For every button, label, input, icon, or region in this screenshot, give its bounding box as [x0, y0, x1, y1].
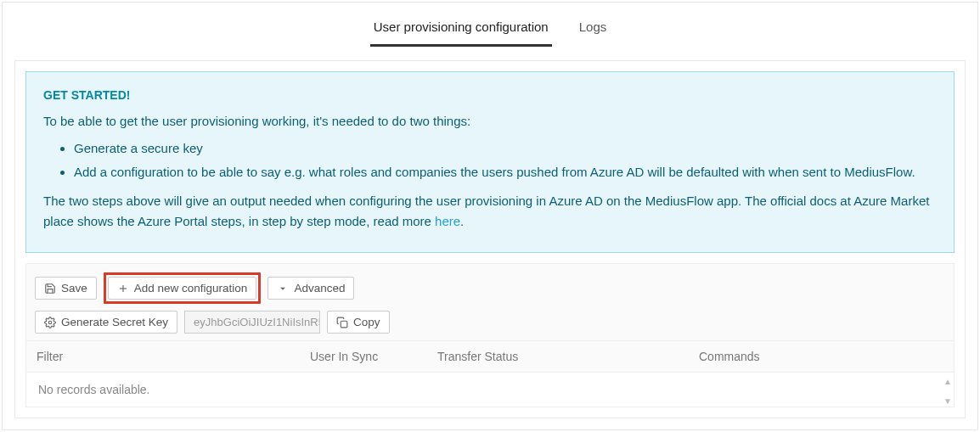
tab-logs[interactable]: Logs — [576, 14, 611, 47]
save-button[interactable]: Save — [35, 277, 97, 300]
page-container: User provisioning configuration Logs GET… — [2, 2, 978, 430]
scroll-up-icon[interactable]: ▲ — [943, 377, 952, 386]
toolbar-row-2: Generate Secret Key eyJhbGciOiJIUzI1NiIs… — [35, 311, 945, 334]
tab-user-provisioning[interactable]: User provisioning configuration — [370, 14, 552, 47]
table-header-row: Filter User In Sync Transfer Status Comm… — [26, 341, 954, 373]
th-user-in-sync[interactable]: User In Sync — [300, 341, 427, 372]
banner-step-2: Add a configuration to be able to say e.… — [74, 162, 937, 182]
banner-intro: To be able to get the user provisioning … — [43, 111, 937, 132]
read-more-link[interactable]: here — [435, 214, 460, 228]
copy-icon — [336, 317, 348, 328]
gen-secret-label: Generate Secret Key — [61, 316, 168, 328]
copy-button[interactable]: Copy — [327, 311, 390, 334]
th-transfer-status[interactable]: Transfer Status — [427, 341, 689, 372]
add-new-configuration-button[interactable]: Add new configuration — [108, 277, 257, 300]
save-label: Save — [61, 282, 87, 295]
advanced-label: Advanced — [294, 282, 345, 295]
toolbar-row-1: Save Add new configuration Advanced — [35, 272, 945, 304]
banner-steps-list: Generate a secure key Add a configuratio… — [74, 138, 937, 182]
add-config-label: Add new configuration — [134, 282, 248, 295]
th-commands[interactable]: Commands — [689, 341, 954, 372]
svg-point-2 — [48, 321, 52, 324]
th-filter[interactable]: Filter — [26, 341, 300, 372]
svg-rect-3 — [341, 321, 347, 328]
banner-outro: The two steps above will give an output … — [43, 191, 937, 232]
scroll-down-icon[interactable]: ▼ — [943, 396, 952, 406]
secret-key-field[interactable]: eyJhbGciOiJIUzI1NiIsInR5 — [184, 311, 320, 334]
generate-secret-key-button[interactable]: Generate Secret Key — [35, 311, 177, 334]
main-panel: GET STARTED! To be able to get the user … — [14, 60, 966, 418]
get-started-banner: GET STARTED! To be able to get the user … — [25, 71, 955, 253]
table-empty-message: No records available. — [26, 373, 954, 407]
chevron-down-icon — [277, 283, 289, 295]
add-config-highlight: Add new configuration — [104, 272, 262, 304]
banner-step-1: Generate a secure key — [74, 138, 937, 159]
copy-label: Copy — [353, 316, 380, 328]
config-table: Filter User In Sync Transfer Status Comm… — [25, 340, 955, 407]
advanced-button[interactable]: Advanced — [268, 277, 354, 300]
tab-bar: User provisioning configuration Logs — [3, 3, 977, 47]
save-icon — [44, 283, 56, 295]
banner-heading: GET STARTED! — [43, 86, 937, 104]
toolbar: Save Add new configuration Advanced Gene… — [25, 263, 955, 340]
plus-icon — [117, 283, 129, 295]
vertical-scrollbar[interactable]: ▲ ▼ — [943, 377, 952, 406]
gear-icon — [44, 317, 56, 328]
